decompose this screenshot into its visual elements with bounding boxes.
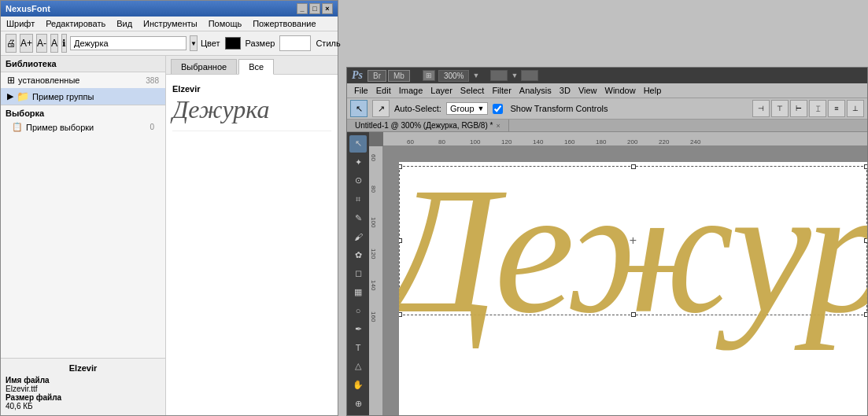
font-preview-sample: Дежурка xyxy=(172,95,331,124)
menu-3d[interactable]: 3D xyxy=(557,85,573,96)
magic-wand-tool[interactable]: ✦ xyxy=(349,154,367,171)
select-tool[interactable]: ↖ xyxy=(349,135,367,153)
test-font-icon[interactable]: A xyxy=(50,34,58,53)
ruler-left-marks: 60 80 100 120 140 160 xyxy=(369,146,382,415)
ps-tab-mb[interactable]: Mb xyxy=(388,70,410,82)
lasso-tool[interactable]: ⊙ xyxy=(349,172,367,190)
eraser-tool[interactable]: ◻ xyxy=(349,265,367,282)
filesize-label: Размер файла xyxy=(6,393,61,402)
filesize-value: 40,6 КБ xyxy=(6,402,161,410)
sidebar-item-selection[interactable]: 📋 Пример выборки 0 xyxy=(6,120,161,134)
crop-tool[interactable]: ⌗ xyxy=(349,191,367,208)
print-icon[interactable]: 🖨 xyxy=(6,34,17,53)
text-tool[interactable]: T xyxy=(349,340,367,357)
align-middle-icon[interactable]: ≡ xyxy=(828,100,845,117)
menu-file[interactable]: File xyxy=(352,85,371,96)
size-box xyxy=(279,35,311,51)
tab-selected[interactable]: Выбранное xyxy=(171,59,237,74)
tab-all[interactable]: Все xyxy=(238,59,274,75)
hand-tool[interactable]: ✋ xyxy=(349,377,367,394)
menu-view[interactable]: Вид xyxy=(114,18,135,29)
align-left-icon[interactable]: ⊣ xyxy=(752,100,770,117)
ps-logo: Ps xyxy=(352,69,363,82)
menu-select[interactable]: Select xyxy=(458,85,487,96)
clone-tool[interactable]: ✿ xyxy=(349,247,367,264)
menu-tools[interactable]: Инструменты xyxy=(141,18,200,29)
menu-layer[interactable]: Layer xyxy=(428,85,455,96)
sidebar-item-installed[interactable]: ⊞ установленные 388 xyxy=(1,72,165,88)
show-transform-label: Show Transform Controls xyxy=(510,104,608,113)
font-name-input[interactable] xyxy=(70,36,187,50)
align-bottom-icon[interactable]: ⊥ xyxy=(847,100,864,117)
nexusfont-sidebar: Библиотека ⊞ установленные 388 ▶ 📁 Приме… xyxy=(1,56,166,415)
zoom-tool[interactable]: ⊕ xyxy=(349,395,367,412)
doc-tab-title: Untitled-1 @ 300% (Дежурка, RGB/8) * xyxy=(355,121,493,130)
ruler-120: 120 xyxy=(501,138,512,145)
installed-badge: 388 xyxy=(146,76,159,85)
brush-tool[interactable]: 🖌 xyxy=(349,228,367,245)
menu-edit[interactable]: Редактировать xyxy=(43,18,108,29)
transform-checkbox[interactable] xyxy=(493,104,503,114)
dodge-tool[interactable]: ○ xyxy=(349,302,367,319)
color-swatch[interactable] xyxy=(225,37,241,50)
ruler-v-120: 120 xyxy=(370,248,377,259)
ruler-80: 80 xyxy=(438,138,445,145)
ps-left-toolbar: ↖ ✦ ⊙ ⌗ ✎ 🖌 ✿ ◻ ▦ ○ ✒ T △ ✋ ⊕ xyxy=(347,132,369,415)
close-button[interactable]: × xyxy=(322,3,333,14)
menu-font[interactable]: Шрифт xyxy=(4,18,37,29)
preview-sample-text: Дежурка xyxy=(172,95,269,123)
ps-ruler-left: 60 80 100 120 140 160 xyxy=(369,146,383,415)
view-icon-2[interactable] xyxy=(521,70,538,81)
menu-analysis[interactable]: Analysis xyxy=(517,85,554,96)
font-dropdown-btn[interactable]: ▼ xyxy=(190,35,198,51)
minimize-button[interactable]: _ xyxy=(297,3,308,14)
auto-select-dropdown[interactable]: Group ▼ xyxy=(446,102,489,115)
menu-filter[interactable]: Filter xyxy=(489,85,513,96)
info-icon[interactable]: ℹ xyxy=(61,34,67,53)
align-center-icon[interactable]: ⊤ xyxy=(771,100,789,117)
menu-donate[interactable]: Пожертвование xyxy=(250,18,318,29)
pen-tool[interactable]: ✒ xyxy=(349,321,367,338)
maximize-button[interactable]: □ xyxy=(309,3,320,14)
canvas-content: + Дежурка xyxy=(399,162,867,415)
ps-tab-br[interactable]: Br xyxy=(368,70,386,82)
ps-options-bar: ↖ ↗ Auto-Select: Group ▼ Show Transform … xyxy=(347,98,867,120)
arrow-tool-icon[interactable]: ↗ xyxy=(372,100,390,117)
nexusfont-body: Библиотека ⊞ установленные 388 ▶ 📁 Приме… xyxy=(1,56,338,415)
menu-help[interactable]: Помощь xyxy=(206,18,245,29)
ruler-220: 220 xyxy=(659,138,669,145)
align-top-icon[interactable]: ⌶ xyxy=(809,100,826,117)
eyedropper-tool[interactable]: ✎ xyxy=(349,209,367,226)
sidebar-item-group[interactable]: ▶ 📁 Пример группы xyxy=(1,88,165,105)
gradient-tool[interactable]: ▦ xyxy=(349,284,367,301)
sidebar-list: ⊞ установленные 388 ▶ 📁 Пример группы Вы… xyxy=(1,72,165,358)
view-icon-1[interactable] xyxy=(490,70,508,81)
align-right-icon[interactable]: ⊢ xyxy=(790,100,807,117)
menu-image[interactable]: Image xyxy=(397,85,426,96)
ps-canvas[interactable]: + Дежурка xyxy=(383,146,867,415)
zoom-dropdown[interactable]: ▼ xyxy=(472,72,479,79)
expand-icon: ▶ xyxy=(7,91,13,101)
menu-edit[interactable]: Edit xyxy=(374,85,393,96)
zoom-icon: ⊞ xyxy=(423,70,435,81)
sidebar-installed-label: установленные xyxy=(18,75,79,85)
ps-doc-tabs: Untitled-1 @ 300% (Дежурка, RGB/8) * × xyxy=(347,120,867,132)
view-dropdown[interactable]: ▼ xyxy=(511,72,518,79)
menu-help[interactable]: Help xyxy=(641,85,664,96)
ps-content-area: ↖ ✦ ⊙ ⌗ ✎ 🖌 ✿ ◻ ▦ ○ ✒ T △ ✋ ⊕ 60 80 100 … xyxy=(347,132,867,415)
remove-font-icon[interactable]: A- xyxy=(36,34,47,53)
zoom-display[interactable]: 300% xyxy=(438,70,470,82)
ps-doc-tab-main[interactable]: Untitled-1 @ 300% (Дежурка, RGB/8) * × xyxy=(347,120,509,131)
menu-window[interactable]: Window xyxy=(603,85,638,96)
add-font-icon[interactable]: A+ xyxy=(20,34,33,53)
ps-canvas-area[interactable]: 60 80 100 120 140 160 180 200 220 240 60… xyxy=(369,132,867,415)
selection-badge: 0 xyxy=(150,123,154,131)
dropdown-arrow: ▼ xyxy=(478,105,485,112)
ruler-v-60: 60 xyxy=(370,154,377,161)
doc-close-btn[interactable]: × xyxy=(496,122,500,130)
menu-view[interactable]: View xyxy=(576,85,600,96)
ps-view-controls: ▼ xyxy=(490,70,538,81)
filename-label: Имя файла xyxy=(6,376,50,385)
shape-tool[interactable]: △ xyxy=(349,358,367,375)
move-tool-icon[interactable]: ↖ xyxy=(350,100,368,117)
